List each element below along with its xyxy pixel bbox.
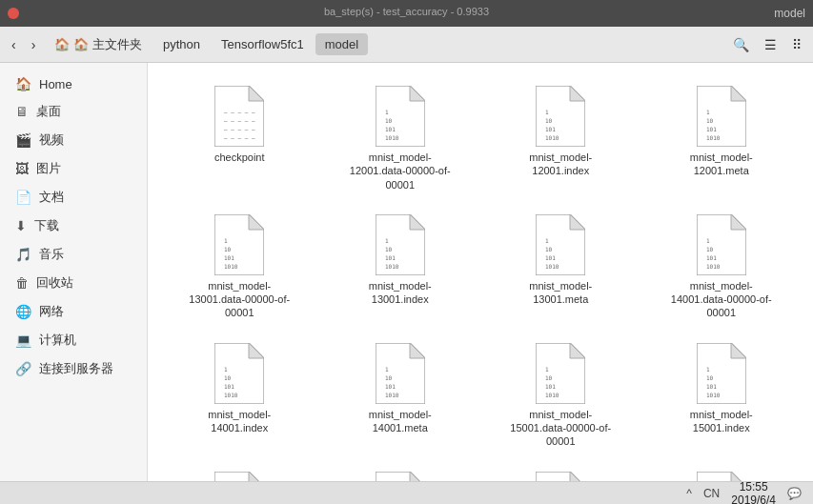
grid-view-button[interactable]: ⠿ bbox=[786, 33, 807, 56]
file-icon: 1 10 101 1010 bbox=[376, 86, 425, 147]
svg-text:10: 10 bbox=[545, 117, 553, 124]
file-area: — — — — — — — — — — — — — — — — — — — — … bbox=[148, 63, 813, 481]
sidebar-item-computer[interactable]: 💻 计算机 bbox=[0, 326, 147, 354]
breadcrumb-model[interactable]: model bbox=[315, 33, 368, 55]
statusbar-input: CN bbox=[703, 487, 720, 500]
search-icon: 🔍 bbox=[733, 37, 749, 52]
file-label: mnist_model-13001.meta bbox=[508, 279, 613, 307]
list-item[interactable]: 1 10 101 1010 mnist_model-12001.meta bbox=[645, 78, 799, 199]
breadcrumb-python[interactable]: python bbox=[153, 33, 210, 55]
svg-text:— — — — —: — — — — — bbox=[224, 134, 255, 141]
svg-text:1: 1 bbox=[224, 237, 228, 244]
list-item[interactable]: 1 10 101 1010 mnist_model-16001.data-000… bbox=[484, 464, 638, 481]
list-item[interactable]: 1 10 101 1010 mnist_model-15001.data-000… bbox=[484, 335, 638, 456]
back-icon: ‹ bbox=[11, 37, 16, 52]
svg-text:1: 1 bbox=[706, 237, 710, 244]
chat-icon: 💬 bbox=[787, 487, 802, 500]
list-item[interactable]: 1 10 101 1010 mnist_model-12001.index bbox=[484, 78, 638, 199]
list-view-button[interactable]: ☰ bbox=[759, 33, 783, 56]
list-item[interactable]: 1 10 101 1010 mnist_model-14001.data-000… bbox=[645, 207, 799, 328]
file-label: mnist_model-15001.data-00000-of-00001 bbox=[508, 408, 613, 449]
svg-text:1: 1 bbox=[706, 366, 710, 373]
file-icon: — — — — — — — — — — — — — — — — — — — — bbox=[214, 86, 264, 147]
list-item[interactable]: 1 10 101 1010 mnist_model-13001.meta bbox=[484, 207, 638, 328]
svg-text:10: 10 bbox=[706, 246, 714, 252]
sidebar-item-home[interactable]: 🏠 Home bbox=[0, 71, 147, 97]
svg-marker-13 bbox=[570, 86, 585, 101]
svg-text:101: 101 bbox=[706, 383, 717, 390]
file-label: mnist_model-12001.data-00000-of-00001 bbox=[348, 151, 453, 192]
list-item[interactable]: 1 10 101 1010 mnist_model-13001.index bbox=[324, 207, 478, 328]
downloads-icon: ⬇ bbox=[15, 218, 27, 233]
documents-icon: 📄 bbox=[15, 190, 31, 205]
list-item[interactable]: 1 10 101 1010 mnist_model-15001.index bbox=[645, 335, 799, 456]
file-icon: 1 10 101 1010 bbox=[376, 472, 425, 481]
list-icon: ☰ bbox=[764, 37, 777, 52]
list-item[interactable]: 1 10 101 1010 mnist_model-15001.meta bbox=[324, 464, 478, 481]
svg-text:1010: 1010 bbox=[706, 263, 721, 270]
sidebar-item-video[interactable]: 🎬 视频 bbox=[0, 126, 147, 154]
file-label: mnist_model-13001.index bbox=[348, 279, 453, 307]
sidebar-item-pictures[interactable]: 🖼 图片 bbox=[0, 154, 147, 183]
svg-text:1010: 1010 bbox=[545, 263, 559, 270]
svg-text:10: 10 bbox=[545, 246, 553, 252]
file-grid: — — — — — — — — — — — — — — — — — — — — … bbox=[163, 78, 798, 481]
list-item[interactable]: 1 10 101 1010 mnist_model-14001.meta bbox=[324, 335, 478, 456]
input-method-icon: CN bbox=[703, 487, 720, 500]
svg-marker-25 bbox=[249, 214, 264, 230]
sidebar-item-desktop[interactable]: 🖥 桌面 bbox=[0, 97, 147, 126]
svg-text:1: 1 bbox=[545, 366, 549, 373]
pictures-icon: 🖼 bbox=[15, 161, 29, 176]
sidebar: 🏠 Home 🖥 桌面 🎬 视频 🖼 图片 📄 文档 ⬇ 下载 🎵 音乐 🗑 bbox=[0, 63, 148, 481]
svg-marker-37 bbox=[570, 214, 585, 230]
svg-text:10: 10 bbox=[706, 374, 714, 381]
list-item[interactable]: — — — — — — — — — — — — — — — — — — — — … bbox=[163, 78, 316, 199]
music-icon: 🎵 bbox=[15, 247, 31, 262]
svg-text:101: 101 bbox=[385, 383, 396, 390]
close-button[interactable] bbox=[8, 8, 19, 19]
svg-marker-1 bbox=[249, 86, 264, 101]
svg-text:1: 1 bbox=[545, 237, 549, 244]
svg-text:— — — — —: — — — — — bbox=[224, 117, 255, 124]
title-top-text: ba_step(s) - test_accuracy - 0.9933 bbox=[324, 6, 489, 17]
sidebar-item-music[interactable]: 🎵 音乐 bbox=[0, 240, 147, 269]
statusbar-chat[interactable]: 💬 bbox=[787, 487, 802, 500]
file-icon: 1 10 101 1010 bbox=[697, 343, 746, 404]
list-item[interactable]: 1 10 101 1010 mnist_model-12001.data-000… bbox=[324, 78, 478, 199]
file-icon: 1 10 101 1010 bbox=[536, 214, 585, 275]
server-icon: 🔗 bbox=[15, 361, 31, 376]
svg-text:1: 1 bbox=[385, 366, 389, 373]
svg-marker-43 bbox=[731, 214, 746, 230]
file-label: mnist_model-12001.meta bbox=[669, 151, 774, 178]
statusbar: ^ CN 15:55 2019/6/4 💬 bbox=[0, 481, 813, 504]
svg-text:101: 101 bbox=[224, 254, 234, 261]
trash-icon: 🗑 bbox=[15, 275, 29, 291]
file-icon: 1 10 101 1010 bbox=[536, 86, 585, 147]
sidebar-item-trash[interactable]: 🗑 回收站 bbox=[0, 269, 147, 297]
computer-icon: 💻 bbox=[15, 333, 31, 348]
forward-button[interactable]: › bbox=[26, 33, 42, 56]
svg-text:101: 101 bbox=[706, 126, 717, 132]
list-item[interactable]: 1 10 101 1010 mnist_model-14001.index bbox=[163, 335, 316, 456]
sidebar-item-connect-server[interactable]: 🔗 连接到服务器 bbox=[0, 354, 147, 383]
svg-text:1: 1 bbox=[224, 366, 228, 373]
breadcrumb-home[interactable]: 🏠 🏠 主文件夹 bbox=[45, 32, 152, 57]
sidebar-item-downloads[interactable]: ⬇ 下载 bbox=[0, 212, 147, 240]
breadcrumb-tensorflow[interactable]: Tensorflow5fc1 bbox=[212, 33, 314, 55]
svg-marker-67 bbox=[731, 343, 746, 358]
list-item[interactable]: 1 10 101 1010 mnist_model-13001.data-000… bbox=[163, 207, 316, 328]
toolbar-right: 🔍 ☰ ⠿ bbox=[727, 33, 807, 56]
svg-text:1010: 1010 bbox=[545, 134, 559, 141]
svg-text:10: 10 bbox=[385, 246, 393, 252]
list-item[interactable]: 1 10 101 1010 mnist_model-16001.index bbox=[645, 464, 799, 481]
file-icon: 1 10 101 1010 bbox=[214, 472, 264, 481]
sidebar-item-documents[interactable]: 📄 文档 bbox=[0, 183, 147, 212]
svg-text:1010: 1010 bbox=[706, 392, 721, 398]
list-item[interactable]: 1 10 101 1010 mnist_model-15001.meta bbox=[163, 464, 316, 481]
arrow-up-icon: ^ bbox=[686, 487, 692, 500]
svg-text:101: 101 bbox=[224, 383, 234, 390]
search-button[interactable]: 🔍 bbox=[727, 33, 755, 56]
back-button[interactable]: ‹ bbox=[6, 33, 22, 56]
svg-text:1: 1 bbox=[706, 109, 710, 115]
sidebar-item-network[interactable]: 🌐 网络 bbox=[0, 297, 147, 326]
